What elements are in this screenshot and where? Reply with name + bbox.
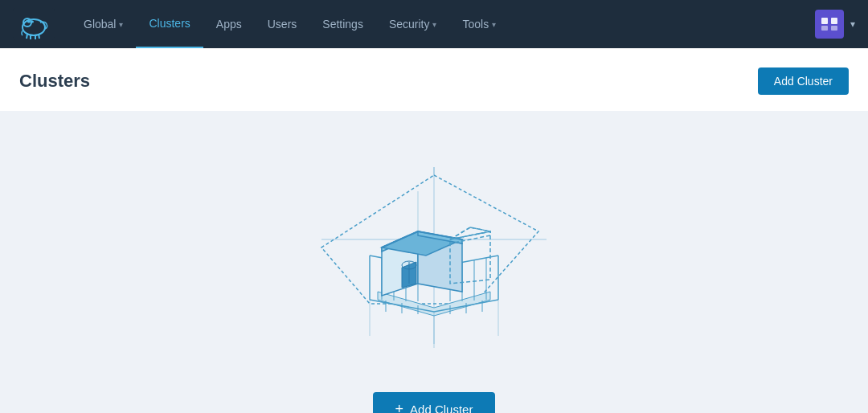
svg-line-8	[39, 34, 39, 39]
profile-chevron-icon[interactable]: ▾	[850, 18, 855, 30]
svg-rect-9	[821, 18, 828, 24]
nav-item-tools[interactable]: Tools ▾	[449, 0, 509, 48]
svg-rect-11	[821, 26, 828, 31]
nav-item-clusters[interactable]: Clusters	[136, 0, 203, 48]
avatar[interactable]	[815, 10, 844, 39]
svg-line-5	[27, 34, 27, 39]
page-header: Clusters Add Cluster	[19, 67, 849, 111]
nav-right: ▾	[815, 10, 855, 39]
svg-point-3	[27, 21, 31, 23]
svg-point-4	[31, 21, 34, 23]
navbar: Global ▾ Clusters Apps Users Settings Se…	[0, 0, 868, 48]
plus-icon: +	[395, 402, 404, 413]
add-cluster-header-button[interactable]: Add Cluster	[758, 67, 849, 95]
farm-illustration	[297, 143, 571, 368]
svg-marker-48	[450, 231, 490, 243]
nav-item-global[interactable]: Global ▾	[71, 0, 136, 48]
chevron-down-icon: ▾	[119, 20, 123, 29]
svg-rect-12	[831, 26, 837, 31]
svg-marker-49	[450, 227, 490, 239]
page-title: Clusters	[19, 71, 90, 92]
nav-items: Global ▾ Clusters Apps Users Settings Se…	[71, 0, 815, 48]
nav-item-settings[interactable]: Settings	[309, 0, 376, 48]
nav-item-apps[interactable]: Apps	[203, 0, 255, 48]
svg-rect-10	[831, 18, 837, 24]
add-cluster-center-label: Add Cluster	[410, 403, 473, 414]
logo[interactable]	[13, 8, 55, 40]
chevron-down-icon: ▾	[432, 20, 436, 29]
page-content: Clusters Add Cluster	[0, 48, 868, 111]
nav-item-users[interactable]: Users	[255, 0, 310, 48]
chevron-down-icon: ▾	[492, 20, 496, 29]
empty-state: + Add Cluster	[0, 111, 868, 413]
add-cluster-center-button[interactable]: + Add Cluster	[373, 392, 496, 413]
nav-item-security[interactable]: Security ▾	[376, 0, 450, 48]
